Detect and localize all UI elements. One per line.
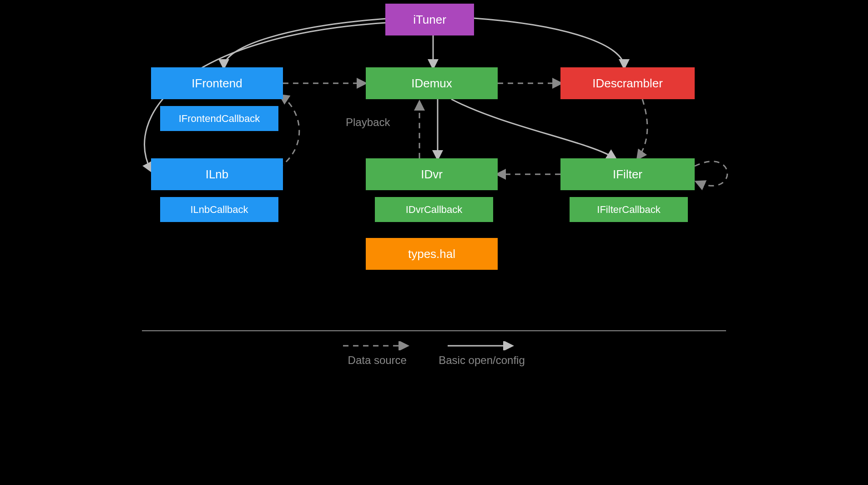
node-label: iTuner: [413, 13, 446, 27]
legend-divider: [142, 330, 726, 331]
node-label: IDemux: [411, 76, 452, 91]
dash-ilnb-ifrontend: [278, 96, 299, 168]
node-idvrcallback: IDvrCallback: [375, 197, 493, 222]
node-label: types.hal: [408, 247, 455, 261]
node-ifilter: IFilter: [560, 158, 695, 190]
node-typeshal: types.hal: [366, 238, 498, 270]
legend-solid-swatch: [448, 341, 516, 350]
legend-label: Data source: [348, 354, 407, 367]
node-label: IDvrCallback: [406, 204, 463, 216]
node-ifiltercallback: IFilterCallback: [570, 197, 688, 222]
legend-basic: Basic open/config: [439, 341, 525, 367]
legend-datasource: Data source: [343, 341, 411, 367]
node-ituner: iTuner: [385, 4, 474, 35]
node-idvr: IDvr: [366, 158, 498, 190]
node-label: IFrontendCallback: [179, 113, 260, 125]
legend-label: Basic open/config: [439, 354, 525, 367]
dash-ifilter-self: [695, 162, 727, 186]
node-label: ILnbCallback: [190, 204, 248, 216]
arrow-idemux-ifilter: [451, 99, 615, 158]
dash-idescrambler-ifilter: [638, 99, 647, 158]
node-idescrambler: IDescrambler: [560, 67, 695, 99]
node-ifrontend: IFrontend: [151, 67, 283, 99]
legend: Data source Basic open/config: [87, 341, 781, 367]
edge-label-playback: Playback: [346, 116, 390, 129]
legend-dash-swatch: [343, 341, 411, 350]
node-ilnbcallback: ILnbCallback: [160, 197, 278, 222]
node-idemux: IDemux: [366, 67, 498, 99]
node-label: IDvr: [421, 167, 443, 182]
node-label: ILnb: [206, 167, 229, 182]
node-ilnb: ILnb: [151, 158, 283, 190]
node-label: IFilterCallback: [597, 204, 660, 216]
node-label: IDescrambler: [592, 76, 663, 91]
arrow-ituner-idescrambler: [474, 18, 624, 67]
diagram-canvas: iTuner IFrontend IFrontendCallback ILnb …: [87, 0, 781, 388]
node-label: IFrontend: [192, 76, 242, 91]
node-ifrontendcallback: IFrontendCallback: [160, 106, 278, 131]
arrow-ituner-ifrontend: [224, 18, 392, 67]
node-label: IFilter: [613, 167, 642, 182]
